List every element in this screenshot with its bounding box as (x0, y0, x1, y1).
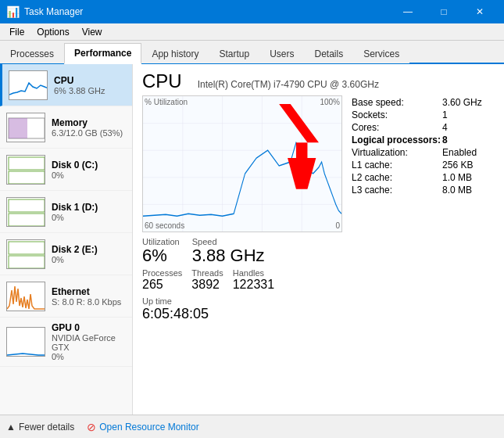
main-area: CPU 6% 3.88 GHz Memory 6.3/12.0 GB (53%) (0, 64, 504, 415)
tabbar: Processes Performance App history Startu… (0, 41, 504, 64)
cpu-info: CPU 6% 3.88 GHz (54, 75, 126, 95)
tab-details[interactable]: Details (304, 44, 353, 63)
ethernet-label: Ethernet (52, 286, 126, 297)
disk0-value: 0% (52, 171, 126, 180)
uptime-stat: Up time 6:05:48:05 (142, 296, 342, 322)
fewer-details-button[interactable]: ▲ Fewer details (6, 422, 74, 433)
l3-label: L3 cache: (352, 185, 441, 196)
app-icon: 📊 (6, 5, 20, 18)
tab-performance[interactable]: Performance (64, 43, 141, 64)
sidebar-item-disk0[interactable]: Disk 0 (C:) 0% (0, 149, 132, 191)
cpu-thumbnail (9, 70, 48, 100)
maximize-button[interactable]: □ (426, 0, 462, 23)
disk1-value: 0% (52, 213, 126, 222)
gpu-info: GPU 0 NVIDIA GeForce GTX0% (52, 322, 126, 361)
stats-area: Utilization 6% Speed 3.88 GHz (142, 237, 342, 265)
processes-stat: Processes 265 (142, 268, 182, 292)
l2-row: L2 cache: 1.0 MB (352, 172, 482, 183)
l1-row: L1 cache: 256 KB (352, 160, 482, 171)
disk1-info: Disk 1 (D:) 0% (52, 202, 126, 222)
window-controls: — □ ✕ (390, 0, 498, 23)
memory-info: Memory 6.3/12.0 GB (53%) (52, 117, 126, 138)
sidebar-item-memory[interactable]: Memory 6.3/12.0 GB (53%) (0, 106, 132, 149)
tab-startup[interactable]: Startup (209, 44, 259, 63)
menu-view[interactable]: View (76, 25, 109, 39)
speed-stat: Speed 3.88 GHz (192, 237, 265, 265)
close-button[interactable]: ✕ (462, 0, 498, 23)
menu-options[interactable]: Options (30, 25, 75, 39)
svg-marker-24 (296, 142, 308, 158)
base-speed-label: Base speed: (352, 97, 441, 108)
disk2-value: 0% (52, 255, 126, 264)
menu-file[interactable]: File (3, 25, 30, 39)
cores-row: Cores: 4 (352, 122, 482, 133)
sockets-label: Sockets: (352, 110, 441, 120)
cpu-value: 6% 3.88 GHz (54, 86, 126, 95)
chart-x-left: 60 seconds (145, 221, 184, 230)
threads-stat: Threads 3892 (191, 268, 223, 292)
sockets-value: 1 (442, 110, 482, 120)
tab-services[interactable]: Services (353, 44, 409, 63)
disk0-label: Disk 0 (C:) (52, 160, 126, 171)
fewer-details-label: Fewer details (19, 422, 74, 433)
cpu-label: CPU (54, 75, 126, 86)
cpu-chart: % Utilization 100% 60 seconds 0 (142, 95, 342, 232)
stats-row2: Processes 265 Threads 3892 Handles 12233… (142, 268, 342, 292)
svg-marker-25 (288, 158, 316, 189)
handles-label: Handles (233, 268, 274, 278)
cpu-model: Intel(R) Core(TM) i7-4790 CPU @ 3.60GHz (198, 79, 379, 90)
tab-users[interactable]: Users (259, 44, 304, 63)
minimize-button[interactable]: — (390, 0, 426, 23)
memory-label: Memory (52, 117, 126, 128)
threads-value: 3892 (191, 278, 223, 292)
chart-y-label: % Utilization (145, 98, 188, 106)
disk2-label: Disk 2 (E:) (52, 244, 126, 255)
l2-value: 1.0 MB (442, 172, 482, 183)
bottombar: ▲ Fewer details ⊘ Open Resource Monitor (0, 415, 504, 438)
sidebar: CPU 6% 3.88 GHz Memory 6.3/12.0 GB (53%) (0, 64, 133, 415)
cores-value: 4 (442, 122, 482, 133)
utilization-value: 6% (142, 246, 180, 265)
open-resource-monitor-link[interactable]: Open Resource Monitor (99, 422, 198, 433)
open-rm-container: ⊘ Open Resource Monitor (87, 421, 198, 433)
cpu-title: CPU (142, 70, 182, 92)
handles-stat: Handles 122331 (233, 268, 274, 292)
l1-label: L1 cache: (352, 160, 441, 171)
specs-table: Base speed: 3.60 GHz Sockets: 1 Cores: 4… (350, 95, 484, 197)
memory-value: 6.3/12.0 GB (53%) (52, 128, 126, 138)
gpu-label: GPU 0 (52, 322, 126, 333)
sidebar-item-gpu[interactable]: GPU 0 NVIDIA GeForce GTX0% (0, 318, 132, 367)
sidebar-item-disk1[interactable]: Disk 1 (D:) 0% (0, 191, 132, 233)
handles-value: 122331 (233, 278, 274, 292)
sidebar-item-disk2[interactable]: Disk 2 (E:) 0% (0, 233, 132, 275)
l3-row: L3 cache: 8.0 MB (352, 185, 482, 196)
gpu-thumbnail (6, 327, 45, 357)
chart-y-max: 100% (320, 98, 340, 106)
sidebar-item-ethernet[interactable]: Ethernet S: 8.0 R: 8.0 Kbps (0, 275, 132, 318)
tab-apphistory[interactable]: App history (141, 44, 209, 63)
ethernet-thumbnail (6, 282, 45, 311)
content-header: CPU Intel(R) Core(TM) i7-4790 CPU @ 3.60… (142, 70, 495, 92)
disk1-label: Disk 1 (D:) (52, 202, 126, 213)
disk2-info: Disk 2 (E:) 0% (52, 244, 126, 264)
chart-x-right: 0 (335, 221, 340, 230)
titlebar: 📊 Task Manager — □ ✕ (0, 0, 504, 23)
logical-label: Logical processors: (352, 135, 441, 145)
uptime-value: 6:05:48:05 (142, 306, 342, 322)
uptime-label: Up time (142, 296, 342, 306)
svg-rect-14 (7, 328, 45, 357)
tab-processes[interactable]: Processes (0, 44, 64, 63)
disk1-thumbnail (6, 197, 45, 227)
virt-row: Virtualization: Enabled (352, 147, 482, 158)
memory-thumbnail (6, 113, 45, 142)
virt-label: Virtualization: (352, 147, 441, 158)
content-area: CPU Intel(R) Core(TM) i7-4790 CPU @ 3.60… (133, 64, 504, 415)
l1-value: 256 KB (442, 160, 482, 171)
specs-panel: Base speed: 3.60 GHz Sockets: 1 Cores: 4… (350, 95, 495, 322)
l2-label: L2 cache: (352, 172, 441, 183)
svg-rect-3 (9, 118, 27, 138)
speed-value: 3.88 GHz (192, 246, 265, 265)
window-title: Task Manager (24, 6, 390, 17)
menubar: File Options View (0, 23, 504, 41)
sidebar-item-cpu[interactable]: CPU 6% 3.88 GHz (0, 64, 132, 106)
